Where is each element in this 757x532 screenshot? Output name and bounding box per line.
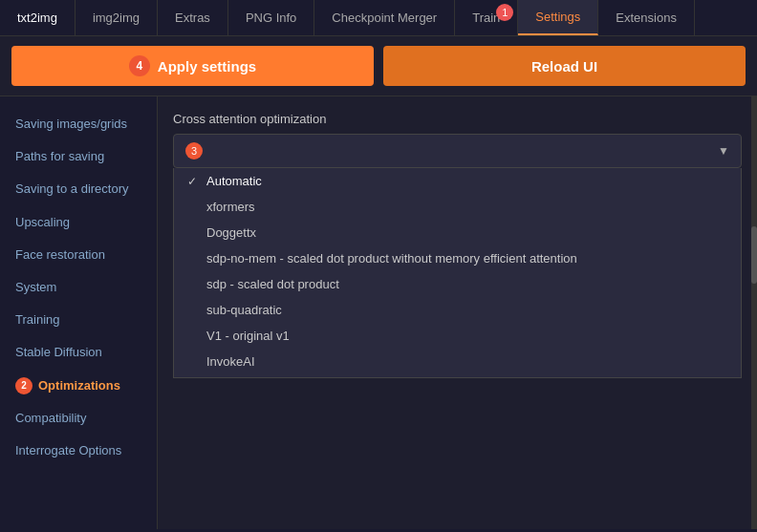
reload-ui-button[interactable]: Reload UI	[383, 46, 746, 86]
sidebar-item-saving-images[interactable]: Saving images/grids	[0, 108, 157, 140]
dropdown-option-sdp-no-mem[interactable]: sdp-no-mem - scaled dot product without …	[174, 245, 741, 271]
sidebar-item-optimizations[interactable]: 2 Optimizations	[0, 370, 157, 402]
toolbar: 4 Apply settings Reload UI	[0, 36, 757, 96]
sidebar-item-saving-directory[interactable]: Saving to a directory	[0, 173, 157, 205]
dropdown-option-invokeai[interactable]: InvokeAI	[174, 349, 741, 374]
dropdown-option-automatic[interactable]: ✓ Automatic	[174, 168, 741, 194]
sidebar-item-stable-diffusion[interactable]: Stable Diffusion	[0, 336, 157, 369]
nav-bar: txt2img img2img Extras PNG Info Checkpoi…	[0, 0, 757, 36]
dropdown-arrow-icon: ▼	[718, 144, 729, 158]
content-area: Cross attention optimization 3 ▼ ✓ Autom…	[158, 96, 757, 529]
dropdown-option-none[interactable]: None	[174, 374, 741, 378]
sidebar-item-paths-for-saving[interactable]: Paths for saving	[0, 140, 157, 173]
tab-train[interactable]: Train 1	[455, 0, 518, 35]
check-icon: ✓	[187, 175, 201, 188]
apply-settings-button[interactable]: 4 Apply settings	[11, 46, 374, 86]
dropdown-option-v1[interactable]: V1 - original v1	[174, 323, 741, 349]
cross-attention-dropdown-button[interactable]: 3 ▼	[173, 134, 742, 168]
tab-settings[interactable]: Settings	[518, 0, 598, 35]
sidebar: Saving images/grids Paths for saving Sav…	[0, 96, 158, 529]
dropdown-option-sdp[interactable]: sdp - scaled dot product	[174, 271, 741, 297]
dropdown-option-doggettx[interactable]: Doggettx	[174, 220, 741, 245]
dropdown-option-sub-quadratic[interactable]: sub-quadratic	[174, 297, 741, 323]
sidebar-item-compatibility[interactable]: Compatibility	[0, 402, 157, 435]
dropdown-option-xformers[interactable]: xformers	[174, 194, 741, 220]
tab-extras[interactable]: Extras	[158, 0, 228, 35]
tab-extensions[interactable]: Extensions	[598, 0, 695, 35]
tab-png-info[interactable]: PNG Info	[228, 0, 314, 35]
cross-attention-dropdown-menu: ✓ Automatic xformers Doggettx sdp-no-mem…	[173, 168, 742, 378]
apply-badge: 4	[129, 55, 150, 76]
sidebar-item-upscaling[interactable]: Upscaling	[0, 206, 157, 239]
dropdown-label: Cross attention optimization	[173, 112, 742, 126]
sidebar-item-training[interactable]: Training	[0, 304, 157, 336]
cross-attention-dropdown-wrapper: 3 ▼ ✓ Automatic xformers Doggettx	[173, 134, 742, 168]
sidebar-item-interrogate[interactable]: Interrogate Options	[0, 435, 157, 467]
dropdown-badge: 3	[185, 142, 203, 160]
scrollbar-track	[751, 96, 757, 529]
train-badge: 1	[496, 4, 513, 21]
sidebar-item-system[interactable]: System	[0, 271, 157, 304]
scrollbar-thumb[interactable]	[751, 226, 757, 284]
tab-checkpoint-merger[interactable]: Checkpoint Merger	[314, 0, 455, 35]
tab-txt2img[interactable]: txt2img	[0, 0, 76, 35]
sidebar-item-face-restoration[interactable]: Face restoration	[0, 239, 157, 271]
main-layout: Saving images/grids Paths for saving Sav…	[0, 96, 757, 529]
optimizations-badge: 2	[15, 377, 32, 394]
tab-img2img[interactable]: img2img	[76, 0, 158, 35]
